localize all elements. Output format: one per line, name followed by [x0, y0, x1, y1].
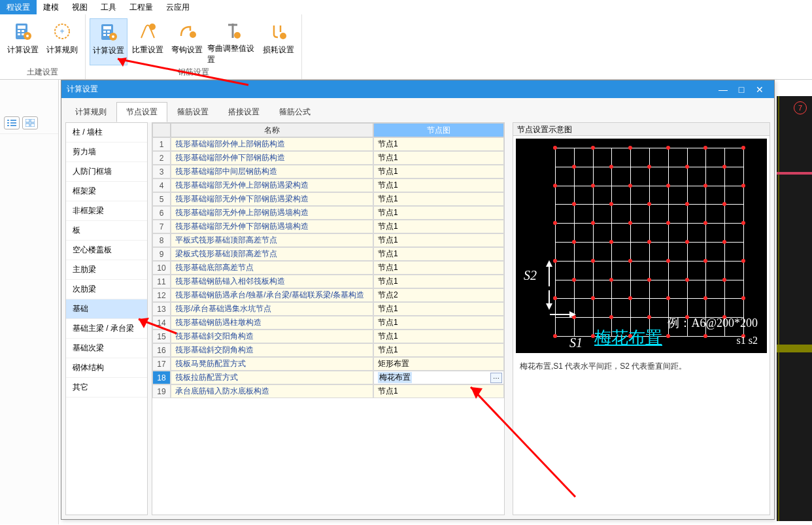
menu-云应用[interactable]: 云应用 [160, 0, 196, 15]
cell-name[interactable]: 筏形基础端部无外伸上部钢筋遇墙构造 [171, 206, 373, 220]
table-row[interactable]: 9梁板式筏形基础顶部高差节点节点1 [152, 247, 504, 261]
cell-node[interactable]: 节点1 [373, 192, 504, 206]
ribbon-计算规则[interactable]: +计算规则 [43, 18, 81, 65]
cell-name[interactable]: 筏板马凳筋配置方式 [171, 357, 373, 371]
browse-button[interactable]: ⋯ [490, 373, 502, 383]
cell-name[interactable]: 筏形基础钢筋遇柱墩构造 [171, 316, 373, 330]
cell-node[interactable]: 节点1 [373, 137, 504, 151]
cell-node[interactable]: 节点1 [373, 247, 504, 261]
menu-视图[interactable]: 视图 [65, 0, 94, 15]
cell-node[interactable]: 节点1 [373, 206, 504, 220]
cell-node[interactable]: 矩形布置 [373, 357, 504, 371]
preview-title: 节点设置示意图 [513, 123, 770, 136]
table-row[interactable]: 19承台底筋锚入防水底板构造节点1 [152, 384, 504, 398]
menu-工程量[interactable]: 工程量 [123, 0, 160, 15]
table-row[interactable]: 8平板式筏形基础顶部高差节点节点1 [152, 233, 504, 247]
maximize-button[interactable]: □ [732, 83, 751, 96]
cell-node[interactable]: 节点1 [373, 343, 504, 357]
sidebar-item-4[interactable]: 非框架梁 [66, 201, 147, 221]
ribbon-损耗设置[interactable]: 损耗设置 [260, 18, 297, 65]
sidebar-item-1[interactable]: 剪力墙 [66, 143, 147, 162]
sidebar-item-5[interactable]: 板 [66, 221, 147, 241]
close-button[interactable]: ✕ [751, 83, 769, 96]
tab-计算规则[interactable]: 计算规则 [65, 102, 116, 122]
cell-node[interactable]: 节点1 [373, 233, 504, 247]
table-row[interactable]: 16筏形基础斜交阴角构造节点1 [152, 343, 504, 357]
table-row[interactable]: 2筏形基础端部外伸下部钢筋构造节点1 [152, 151, 504, 165]
cell-node[interactable]: 节点1 [373, 384, 504, 398]
col-node[interactable]: 节点图 [373, 123, 504, 137]
tab-箍筋设置[interactable]: 箍筋设置 [167, 102, 218, 122]
cell-name[interactable]: 筏形/承台基础遇集水坑节点 [171, 302, 373, 316]
cell-name[interactable]: 筏形基础端部外伸下部钢筋构造 [171, 151, 373, 165]
table-row[interactable]: 10筏形基础底部高差节点节点1 [152, 261, 504, 275]
menu-程设置[interactable]: 程设置 [0, 0, 37, 15]
cell-name[interactable]: 筏形基础端部无外伸下部钢筋遇梁构造 [171, 192, 373, 206]
sidebar-item-8[interactable]: 次肋梁 [66, 280, 147, 299]
table-row[interactable]: 12筏形基础钢筋遇承台/独基/承台梁/基础联系梁/条基构造节点2 [152, 288, 504, 302]
sidebar-item-0[interactable]: 柱 / 墙柱 [66, 123, 147, 143]
minimize-button[interactable]: — [714, 83, 732, 96]
sidebar-item-11[interactable]: 基础次梁 [66, 339, 147, 358]
cell-name[interactable]: 筏形基础端部中间层钢筋构造 [171, 165, 373, 178]
cell-node[interactable]: 节点2 [373, 288, 504, 302]
tab-搭接设置[interactable]: 搭接设置 [218, 102, 269, 122]
ribbon-比重设置[interactable]: 比重设置 [129, 18, 167, 65]
table-row[interactable]: 15筏形基础斜交阳角构造节点1 [152, 330, 504, 343]
sidebar-item-10[interactable]: 基础主梁 / 承台梁 [66, 319, 147, 339]
grid-view-icon[interactable] [22, 116, 38, 129]
cell-node[interactable]: 节点1 [373, 330, 504, 343]
meihua-link[interactable]: 梅花布置 [594, 326, 662, 349]
ribbon-弯钩设置[interactable]: 弯钩设置 [168, 18, 206, 65]
cell-node[interactable]: 节点1 [373, 261, 504, 275]
cell-node[interactable]: 节点1 [373, 275, 504, 288]
cell-name[interactable]: 筏形基础端部外伸上部钢筋构造 [171, 137, 373, 151]
cell-name[interactable]: 梁板式筏形基础顶部高差节点 [171, 247, 373, 261]
table-row[interactable]: 13筏形/承台基础遇集水坑节点节点1 [152, 302, 504, 316]
table-row[interactable]: 1筏形基础端部外伸上部钢筋构造节点1 [152, 137, 504, 151]
cell-node[interactable]: 节点1 [373, 220, 504, 233]
ribbon-计算设置[interactable]: 计算设置 [90, 18, 127, 65]
cell-name[interactable]: 筏形基础斜交阴角构造 [171, 343, 373, 357]
table-row[interactable]: 7筏形基础端部无外伸下部钢筋遇墙构造节点1 [152, 220, 504, 233]
sidebar-item-2[interactable]: 人防门框墙 [66, 162, 147, 182]
cell-node[interactable]: 节点1 [373, 302, 504, 316]
ribbon-计算设置[interactable]: 计算设置 [4, 18, 42, 65]
list-view-icon[interactable] [4, 116, 20, 129]
sidebar-item-12[interactable]: 砌体结构 [66, 358, 147, 378]
tab-箍筋公式[interactable]: 箍筋公式 [269, 102, 320, 122]
cell-node[interactable]: 节点1 [373, 178, 504, 192]
cell-name[interactable]: 筏形基础钢筋遇承台/独基/承台梁/基础联系梁/条基构造 [171, 288, 373, 302]
cell-name[interactable]: 筏形基础斜交阳角构造 [171, 330, 373, 343]
sidebar-item-6[interactable]: 空心楼盖板 [66, 241, 147, 260]
ribbon-弯曲调整值设置[interactable]: 弯曲调整值设置 [207, 18, 258, 65]
cell-name[interactable]: 筏形基础端部无外伸下部钢筋遇墙构造 [171, 220, 373, 233]
table-row[interactable]: 18筏板拉筋配置方式梅花布置⋯ [152, 371, 504, 384]
table-row[interactable]: 14筏形基础钢筋遇柱墩构造节点1 [152, 316, 504, 330]
menu-建模[interactable]: 建模 [37, 0, 65, 15]
table-row[interactable]: 3筏形基础端部中间层钢筋构造节点1 [152, 165, 504, 178]
cell-name[interactable]: 筏形基础底部高差节点 [171, 261, 373, 275]
cell-name[interactable]: 筏形基础钢筋锚入相邻筏板构造 [171, 275, 373, 288]
cell-node[interactable]: 节点1 [373, 151, 504, 165]
sidebar-item-9[interactable]: 基础 [66, 299, 147, 319]
tab-节点设置[interactable]: 节点设置 [116, 102, 167, 122]
cell-node[interactable]: 梅花布置⋯ [373, 371, 504, 384]
cell-name[interactable]: 筏形基础端部无外伸上部钢筋遇梁构造 [171, 178, 373, 192]
table-row[interactable]: 11筏形基础钢筋锚入相邻筏板构造节点1 [152, 275, 504, 288]
menu-工具[interactable]: 工具 [94, 0, 123, 15]
cell-node[interactable]: 节点1 [373, 165, 504, 178]
比重设置-icon [137, 21, 158, 42]
sidebar-item-3[interactable]: 框架梁 [66, 182, 147, 201]
sidebar-item-13[interactable]: 其它 [66, 378, 147, 398]
table-row[interactable]: 4筏形基础端部无外伸上部钢筋遇梁构造节点1 [152, 178, 504, 192]
dialog-titlebar[interactable]: 计算设置 — □ ✕ [61, 80, 774, 98]
cell-name[interactable]: 承台底筋锚入防水底板构造 [171, 384, 373, 398]
sidebar-item-7[interactable]: 主肋梁 [66, 260, 147, 280]
table-row[interactable]: 17筏板马凳筋配置方式矩形布置 [152, 357, 504, 371]
cell-name[interactable]: 筏板拉筋配置方式 [171, 371, 373, 384]
table-row[interactable]: 6筏形基础端部无外伸上部钢筋遇墙构造节点1 [152, 206, 504, 220]
table-row[interactable]: 5筏形基础端部无外伸下部钢筋遇梁构造节点1 [152, 192, 504, 206]
cell-node[interactable]: 节点1 [373, 316, 504, 330]
cell-name[interactable]: 平板式筏形基础顶部高差节点 [171, 233, 373, 247]
